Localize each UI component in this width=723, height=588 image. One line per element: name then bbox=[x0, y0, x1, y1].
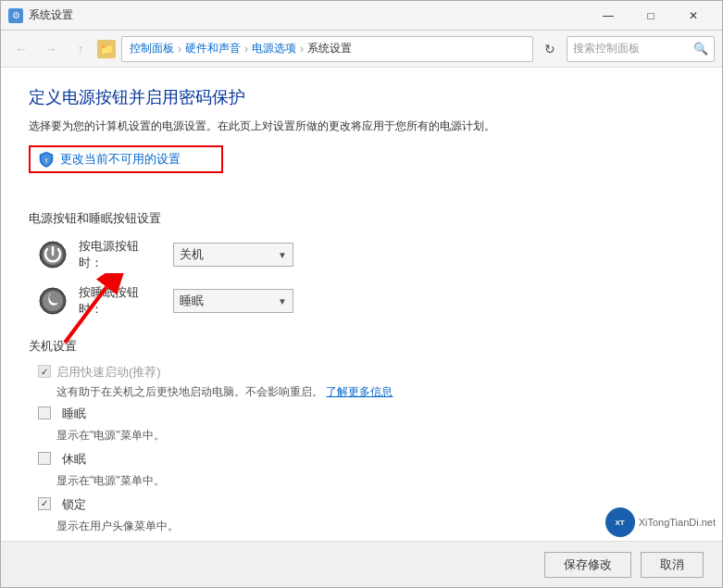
watermark-site: XiTongTianDi.net bbox=[639, 517, 716, 528]
power-button-value: 关机 bbox=[180, 246, 204, 263]
breadcrumb-sep-1: › bbox=[178, 43, 181, 56]
page-subtitle: 选择要为您的计算机设置的电源设置。在此页上对设置所做的更改将应用于您所有的电源计… bbox=[29, 118, 694, 134]
sleep-checkbox-row: 睡眠 bbox=[38, 406, 694, 424]
sleep-item-label: 睡眠 bbox=[62, 406, 86, 422]
power-button-icon bbox=[38, 240, 68, 269]
forward-button[interactable]: → bbox=[38, 36, 64, 62]
watermark: XT XiTongTianDi.net bbox=[605, 507, 716, 537]
breadcrumb-sep-3: › bbox=[300, 43, 304, 56]
sleep-button-row: 按睡眠按钮时： 睡眠 ▼ bbox=[38, 284, 694, 318]
window-icon: ⚙ bbox=[8, 8, 23, 23]
window-title: 系统设置 bbox=[29, 7, 587, 23]
folder-icon: 📁 bbox=[97, 40, 116, 58]
lock-item: 锁定 显示在用户头像菜单中。 bbox=[29, 496, 694, 534]
sleep-button-dropdown[interactable]: 睡眠 ▼ bbox=[173, 289, 293, 313]
main-window: ⚙ 系统设置 — □ ✕ ← → ↑ 📁 控制面板 › 硬件和声音 › 电源选项… bbox=[0, 0, 723, 588]
close-button[interactable]: ✕ bbox=[672, 1, 715, 31]
fast-startup-label: 启用快速启动(推荐) bbox=[56, 364, 161, 381]
watermark-logo: XT bbox=[605, 507, 635, 537]
breadcrumb-item-4: 系统设置 bbox=[307, 41, 352, 56]
search-bar[interactable]: 搜索控制面板 🔍 bbox=[567, 36, 715, 62]
sleep-button-icon bbox=[38, 286, 68, 316]
power-button-dropdown[interactable]: 关机 ▼ bbox=[173, 243, 293, 267]
shutdown-section: 关机设置 启用快速启动(推荐) 这有助于在关机之后更快地启动电脑。不会影响重启。… bbox=[29, 338, 694, 541]
window-controls: — □ ✕ bbox=[587, 1, 715, 31]
hibernate-item: 休眠 显示在"电源"菜单中。 bbox=[29, 451, 694, 489]
main-content: 定义电源按钮并启用密码保护 选择要为您的计算机设置的电源设置。在此页上对设置所做… bbox=[1, 68, 722, 541]
breadcrumb-item-2[interactable]: 硬件和声音 bbox=[185, 41, 241, 56]
search-icon[interactable]: 🔍 bbox=[693, 42, 708, 56]
sleep-item-desc: 显示在"电源"菜单中。 bbox=[56, 428, 694, 444]
sleep-button-label: 按睡眠按钮时： bbox=[79, 284, 162, 318]
lock-checkbox bbox=[38, 497, 51, 510]
sleep-button-value: 睡眠 bbox=[180, 293, 204, 309]
hibernate-item-label: 休眠 bbox=[62, 451, 86, 468]
lock-item-desc: 显示在用户头像菜单中。 bbox=[56, 519, 694, 534]
power-button-label: 按电源按钮时： bbox=[79, 238, 162, 271]
save-button[interactable]: 保存修改 bbox=[544, 552, 631, 578]
address-bar: ← → ↑ 📁 控制面板 › 硬件和声音 › 电源选项 › 系统设置 ↻ 搜索控… bbox=[1, 31, 722, 68]
breadcrumb-item-1[interactable]: 控制面板 bbox=[130, 41, 174, 56]
learn-more-link[interactable]: 了解更多信息 bbox=[326, 385, 393, 398]
title-bar: ⚙ 系统设置 — □ ✕ bbox=[1, 1, 722, 31]
power-button-section-heading: 电源按钮和睡眠按钮设置 bbox=[29, 210, 694, 227]
page-title: 定义电源按钮并启用密码保护 bbox=[29, 86, 694, 108]
bottom-bar: 保存修改 取消 bbox=[1, 541, 722, 587]
svg-text:!: ! bbox=[45, 156, 48, 165]
dropdown-arrow-1: ▼ bbox=[278, 250, 287, 260]
breadcrumb: 控制面板 › 硬件和声音 › 电源选项 › 系统设置 bbox=[121, 36, 533, 62]
cancel-button[interactable]: 取消 bbox=[641, 552, 704, 578]
refresh-button[interactable]: ↻ bbox=[537, 36, 563, 62]
maximize-button[interactable]: □ bbox=[630, 1, 672, 31]
shield-icon: ! bbox=[38, 151, 55, 168]
shutdown-heading: 关机设置 bbox=[29, 338, 694, 355]
hibernate-checkbox bbox=[38, 452, 51, 465]
change-settings-label: 更改当前不可用的设置 bbox=[60, 151, 181, 168]
breadcrumb-item-3[interactable]: 电源选项 bbox=[252, 41, 296, 56]
dropdown-arrow-2: ▼ bbox=[278, 296, 287, 307]
back-button[interactable]: ← bbox=[8, 36, 34, 62]
search-placeholder: 搜索控制面板 bbox=[573, 41, 640, 56]
fast-startup-desc: 这有助于在关机之后更快地启动电脑。不会影响重启。 了解更多信息 bbox=[56, 384, 694, 400]
sleep-item: 睡眠 显示在"电源"菜单中。 bbox=[29, 406, 694, 444]
lock-checkbox-row: 锁定 bbox=[38, 496, 694, 515]
up-button[interactable]: ↑ bbox=[68, 36, 93, 62]
power-button-row: 按电源按钮时： 关机 ▼ bbox=[38, 238, 694, 271]
breadcrumb-sep-2: › bbox=[244, 43, 248, 56]
svg-point-5 bbox=[43, 291, 63, 311]
lock-item-label: 锁定 bbox=[62, 496, 86, 513]
sleep-checkbox bbox=[38, 407, 51, 419]
hibernate-checkbox-row: 休眠 bbox=[38, 451, 694, 469]
fast-startup-checkbox bbox=[38, 365, 51, 378]
change-settings-button[interactable]: ! 更改当前不可用的设置 bbox=[29, 145, 223, 173]
fast-startup-row: 启用快速启动(推荐) bbox=[38, 364, 694, 381]
minimize-button[interactable]: — bbox=[587, 1, 630, 31]
hibernate-item-desc: 显示在"电源"菜单中。 bbox=[56, 473, 694, 489]
change-settings-wrapper: ! 更改当前不可用的设置 bbox=[29, 145, 694, 192]
